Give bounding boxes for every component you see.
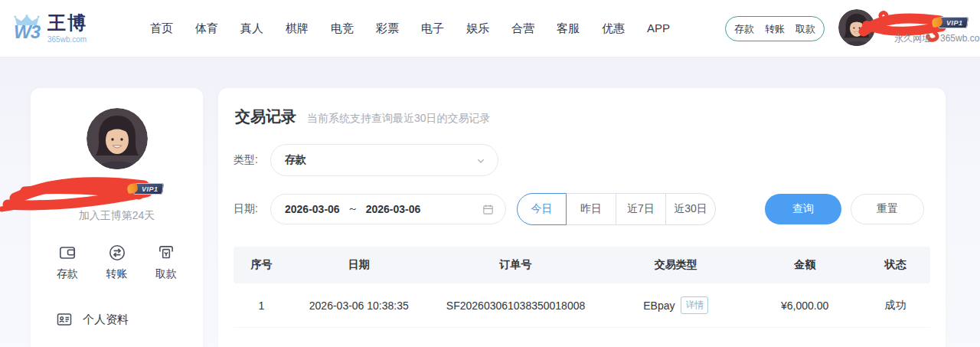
col-header-amount: 金额 xyxy=(749,258,861,272)
nav-item-affiliate[interactable]: 合营 xyxy=(511,21,534,36)
vip-flame-icon xyxy=(126,183,139,194)
nav-item-entertainment[interactable]: 娱乐 xyxy=(466,21,489,36)
wallet-icon xyxy=(57,243,77,263)
nav-item-customer-service[interactable]: 客服 xyxy=(557,21,580,36)
cell-order-no: SF202603061038350018008 xyxy=(429,300,603,312)
nav-item-home[interactable]: 首页 xyxy=(150,21,173,36)
membership-days-text: 加入王博第24天 xyxy=(31,209,203,223)
main-nav: 首页 体育 真人 棋牌 电竞 彩票 电子 娱乐 合营 客服 优惠 APP xyxy=(150,21,670,36)
col-header-order-no: 订单号 xyxy=(429,258,603,272)
type-select-value: 存款 xyxy=(285,153,306,167)
sidebar-item-vip[interactable]: VIP特权 xyxy=(31,341,203,347)
detail-link[interactable]: 详情 xyxy=(681,296,708,314)
date-range-input[interactable]: 2026-03-06 ～ 2026-03-06 xyxy=(270,194,506,224)
cell-status: 成功 xyxy=(861,299,930,313)
col-header-index: 序号 xyxy=(234,258,289,272)
range-today-button[interactable]: 今日 xyxy=(517,193,567,225)
withdraw-icon xyxy=(156,243,176,263)
topbar-user-area: 存款 转账 取款 VIP1 永久网址：365wb xyxy=(712,0,980,57)
table-header-row: 序号 日期 订单号 交易类型 金额 状态 xyxy=(234,247,930,283)
nav-item-app[interactable]: APP xyxy=(647,21,670,36)
range-30days-button[interactable]: 近30日 xyxy=(666,193,716,225)
id-card-icon xyxy=(55,310,74,329)
type-filter-label: 类型: xyxy=(234,153,270,167)
cell-amount: ¥6,000.00 xyxy=(749,300,861,312)
table-row: 1 2026-03-06 10:38:35 SF2026030610383500… xyxy=(234,283,930,328)
nav-item-live-casino[interactable]: 真人 xyxy=(240,21,263,36)
query-button[interactable]: 查询 xyxy=(765,194,841,224)
reset-button[interactable]: 重置 xyxy=(851,194,924,224)
topbar-deposit-button[interactable]: 存款 xyxy=(734,22,754,36)
transfer-icon xyxy=(107,243,127,263)
user-avatar[interactable] xyxy=(838,9,875,46)
sidebar-menu: 个人资料 VIP特权 xyxy=(31,298,203,347)
page-subtitle: 当前系统支持查询最近30日的交易记录 xyxy=(307,112,491,126)
nav-item-esports[interactable]: 电竞 xyxy=(331,21,354,36)
wallet-actions-pill: 存款 转账 取款 xyxy=(725,16,825,41)
col-header-date: 日期 xyxy=(289,258,429,272)
range-yesterday-button[interactable]: 昨日 xyxy=(567,193,616,225)
sidebar-item-profile[interactable]: 个人资料 xyxy=(31,298,203,341)
col-header-status: 状态 xyxy=(861,258,930,272)
page-title: 交易记录 xyxy=(235,106,296,127)
cell-index: 1 xyxy=(234,300,289,312)
profile-avatar[interactable] xyxy=(87,108,148,169)
nav-item-promotions[interactable]: 优惠 xyxy=(602,21,625,36)
col-header-type: 交易类型 xyxy=(603,258,749,272)
profile-sidebar-card: VIP1 加入王博第24天 存款 转账 xyxy=(31,88,203,347)
nav-item-slots[interactable]: 电子 xyxy=(421,21,444,36)
range-7days-button[interactable]: 近7日 xyxy=(616,193,666,225)
topbar-withdraw-button[interactable]: 取款 xyxy=(795,22,815,36)
brand-name: 王博 xyxy=(47,13,87,33)
topbar-transfer-button[interactable]: 转账 xyxy=(765,22,785,36)
cell-payment-type: EBpay xyxy=(643,300,675,312)
nav-item-lottery[interactable]: 彩票 xyxy=(376,21,399,36)
vip-level-badge: VIP1 xyxy=(938,17,969,28)
sidebar-quick-actions: 存款 转账 取款 xyxy=(31,243,203,281)
top-navigation-bar: W3 王博 365wb.com 首页 体育 真人 棋牌 电竞 彩票 电子 娱乐 … xyxy=(0,0,980,57)
profile-vip-badge: VIP1 xyxy=(133,183,164,195)
transaction-records-panel: 交易记录 当前系统支持查询最近30日的交易记录 类型: 存款 日期: 2026-… xyxy=(218,88,946,347)
logo-mark-text: W3 xyxy=(14,23,40,41)
brand-domain: 365wb.com xyxy=(47,35,87,44)
cell-date: 2026-03-06 10:38:35 xyxy=(289,300,429,312)
sidebar-transfer-button[interactable]: 转账 xyxy=(106,243,128,281)
sidebar-withdraw-button[interactable]: 取款 xyxy=(155,243,177,281)
site-logo[interactable]: W3 王博 365wb.com xyxy=(14,13,129,43)
permanent-url-text: 永久网址：365wb.com xyxy=(894,32,980,45)
date-end-value: 2026-03-06 xyxy=(366,203,421,215)
transactions-table: 序号 日期 订单号 交易类型 金额 状态 1 2026-03-06 10:38:… xyxy=(234,247,930,328)
sidebar-deposit-button[interactable]: 存款 xyxy=(57,243,78,281)
date-start-value: 2026-03-06 xyxy=(285,203,340,215)
page-background: VIP1 加入王博第24天 存款 转账 xyxy=(0,57,980,347)
nav-item-chess[interactable]: 棋牌 xyxy=(286,21,309,36)
chevron-down-icon xyxy=(475,155,487,167)
calendar-icon xyxy=(482,203,495,216)
date-filter-label: 日期: xyxy=(234,202,270,216)
date-range-separator: ～ xyxy=(348,202,358,216)
vip-flame-icon xyxy=(931,17,944,28)
nav-item-sports[interactable]: 体育 xyxy=(195,21,218,36)
logo-crown-icon: W3 xyxy=(14,15,40,41)
type-select-dropdown[interactable]: 存款 xyxy=(270,144,498,176)
quick-range-group: 今日 昨日 近7日 近30日 xyxy=(517,193,716,225)
